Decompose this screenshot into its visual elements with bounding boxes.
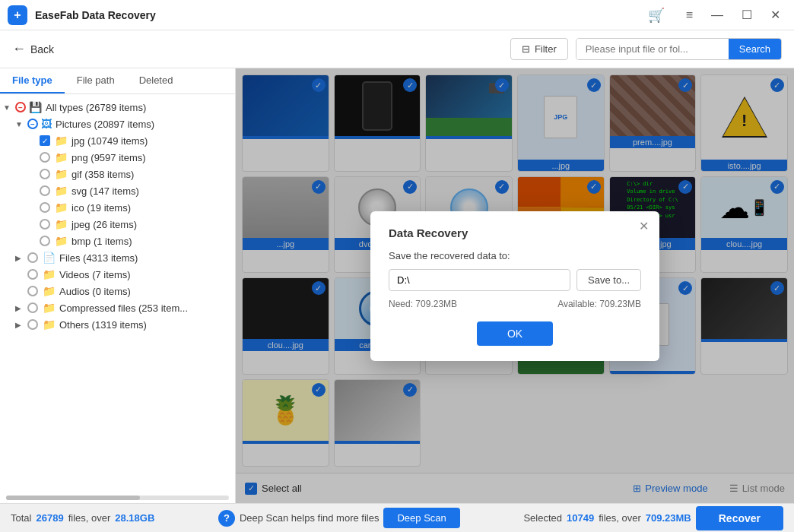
tree-item-pictures[interactable]: ▼ − 🖼 Pictures (20897 items) (0, 116, 235, 132)
audios-radio[interactable] (27, 286, 38, 296)
modal-close-button[interactable]: ✕ (639, 220, 649, 233)
menu-icon[interactable]: ≡ (680, 5, 699, 25)
others-label: Others (1319 items) (59, 319, 229, 331)
filter-icon: ⊟ (522, 43, 530, 55)
app-logo: + (8, 5, 27, 25)
file-tree: ▼ − 💾 All types (26789 items) ▼ − 🖼 Pict… (0, 94, 235, 492)
back-button[interactable]: ← Back (12, 41, 54, 57)
modal-path-input[interactable] (389, 269, 570, 291)
modal-ok-button[interactable]: OK (477, 321, 553, 346)
selected-size: 709.23MB (646, 512, 691, 524)
modal-overlay: Data Recovery ✕ Save the recovered data … (236, 68, 794, 503)
audios-icon: 📁 (43, 285, 56, 297)
ico-folder-icon: 📁 (55, 201, 68, 214)
png-folder-icon: 📁 (55, 151, 68, 163)
minus-icon: − (15, 102, 26, 112)
total-size: 28.18GB (115, 512, 154, 524)
files-text: files, over (68, 512, 111, 524)
bmp-folder-icon: 📁 (55, 235, 68, 247)
tree-item-png[interactable]: 📁 png (9597 items) (0, 149, 235, 166)
content-area: ✓ ✓ ✓ JPG (236, 68, 794, 503)
jpeg-radio[interactable] (40, 219, 50, 230)
png-radio[interactable] (40, 152, 50, 163)
compressed-label: Compressed files (253 item... (59, 302, 229, 314)
sidebar-scrollbar[interactable] (6, 496, 229, 500)
search-button[interactable]: Search (729, 39, 781, 59)
tree-item-jpg[interactable]: ✓ 📁 jpg (10749 items) (0, 132, 235, 149)
total-text: Total (11, 512, 31, 524)
jpeg-label: jpeg (26 items) (71, 219, 229, 230)
tree-item-jpeg[interactable]: 📁 jpeg (26 items) (0, 216, 235, 233)
search-box: Search (576, 38, 782, 60)
search-input[interactable] (576, 39, 729, 59)
tree-item-compressed[interactable]: ▶ 📁 Compressed files (253 item... (0, 299, 235, 316)
others-icon: 📁 (43, 318, 56, 331)
tree-item-others[interactable]: ▶ 📁 Others (1319 items) (0, 316, 235, 333)
bmp-radio[interactable] (40, 236, 50, 246)
status-bar: Total 26789 files, over 28.18GB ? Deep S… (0, 503, 794, 532)
header: ← Back ⊟ Filter Search (0, 30, 794, 68)
filter-button[interactable]: ⊟ Filter (510, 38, 568, 60)
files-radio[interactable] (27, 252, 38, 263)
minimize-icon[interactable]: — (705, 5, 729, 25)
compressed-radio[interactable] (27, 302, 38, 313)
sidebar-tabs: File type File path Deleted (0, 68, 235, 94)
tab-file-type[interactable]: File type (0, 68, 65, 93)
modal-path-row: Save to... (389, 269, 641, 291)
help-button[interactable]: ? (218, 510, 235, 527)
selected-count: 10749 (567, 512, 594, 524)
toggle-icon: ▶ (15, 304, 27, 312)
tree-item-gif[interactable]: 📁 gif (358 items) (0, 166, 235, 182)
titlebar: + EaseFab Data Recovery 🛒 ≡ — ☐ ✕ (0, 0, 794, 30)
tab-deleted[interactable]: Deleted (127, 68, 186, 93)
png-label: png (9597 items) (71, 152, 229, 163)
jpg-checkbox[interactable]: ✓ (40, 135, 50, 146)
tree-item-videos[interactable]: 📁 Videos (7 items) (0, 266, 235, 283)
jpg-label: jpg (10749 items) (71, 135, 229, 147)
toggle-icon: ▶ (15, 254, 27, 262)
ico-label: ico (19 items) (71, 202, 229, 214)
all-types-icon: 💾 (29, 101, 42, 113)
main-area: File type File path Deleted ▼ − 💾 All ty… (0, 68, 794, 503)
tree-item-all-types[interactable]: ▼ − 💾 All types (26789 items) (0, 99, 235, 116)
tab-file-path[interactable]: File path (65, 68, 127, 93)
minus-icon: − (27, 119, 38, 129)
modal-info-row: Need: 709.23MB Available: 709.23MB (389, 299, 641, 309)
total-count: 26789 (36, 512, 63, 524)
modal-title: Data Recovery (389, 226, 641, 239)
toggle-icon: ▼ (15, 120, 27, 128)
need-space-label: Need: 709.23MB (389, 299, 457, 309)
recover-button[interactable]: Recover (696, 506, 783, 530)
save-to-button[interactable]: Save to... (576, 269, 641, 291)
maximize-icon[interactable]: ☐ (735, 5, 758, 25)
files-label: Files (4313 items) (59, 252, 229, 264)
tree-item-svg[interactable]: 📁 svg (147 items) (0, 182, 235, 199)
gif-radio[interactable] (40, 169, 50, 179)
videos-label: Videos (7 items) (59, 269, 229, 280)
pictures-icon: 🖼 (41, 118, 52, 130)
sidebar: File type File path Deleted ▼ − 💾 All ty… (0, 68, 236, 503)
others-radio[interactable] (27, 319, 38, 330)
scrollbar-thumb (6, 496, 140, 500)
selected-text: Selected (523, 512, 562, 524)
data-recovery-modal: Data Recovery ✕ Save the recovered data … (370, 211, 659, 361)
app-title: EaseFab Data Recovery (35, 9, 642, 21)
tree-item-audios[interactable]: 📁 Audios (0 items) (0, 283, 235, 299)
available-space-label: Available: 709.23MB (557, 299, 641, 309)
deep-scan-button[interactable]: Deep Scan (383, 508, 459, 528)
svg-folder-icon: 📁 (55, 185, 68, 197)
tree-item-files[interactable]: ▶ 📄 Files (4313 items) (0, 249, 235, 266)
tree-item-bmp[interactable]: 📁 bmp (1 items) (0, 233, 235, 249)
toggle-icon: ▶ (15, 321, 27, 329)
svg-label: svg (147 items) (71, 185, 229, 197)
close-icon[interactable]: ✕ (764, 5, 786, 25)
files-icon: 📄 (43, 252, 56, 264)
videos-icon: 📁 (43, 268, 56, 280)
cart-icon[interactable]: 🛒 (642, 4, 671, 27)
videos-radio[interactable] (27, 269, 38, 280)
svg-radio[interactable] (40, 185, 50, 196)
ico-radio[interactable] (40, 202, 50, 213)
modal-prompt: Save the recovered data to: (389, 250, 641, 261)
gif-folder-icon: 📁 (55, 168, 68, 180)
tree-item-ico[interactable]: 📁 ico (19 items) (0, 199, 235, 216)
